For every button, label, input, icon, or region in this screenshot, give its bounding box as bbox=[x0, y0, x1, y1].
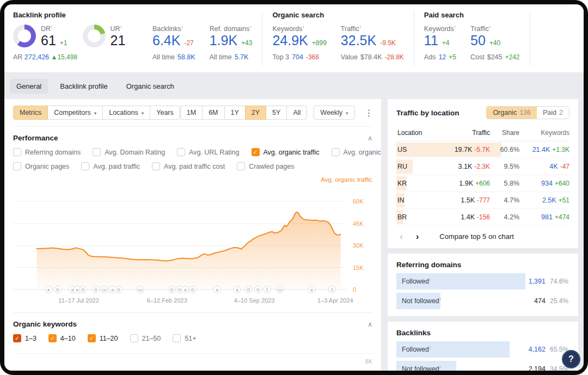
column-header-share: Share bbox=[490, 129, 519, 137]
filter-button-competitors[interactable]: Competitors▾ bbox=[47, 106, 103, 120]
checkbox-avg-organic-traffic-value[interactable]: Avg. organic traffic value bbox=[332, 148, 381, 156]
ratio-value[interactable]: 1,391 bbox=[529, 278, 546, 285]
table-row: KR1.9K+6065.8%934+640 bbox=[396, 175, 569, 192]
share-cell: 4.7% bbox=[490, 196, 519, 204]
checkbox-crawled-pages[interactable]: Crawled pages bbox=[237, 162, 294, 170]
checkbox-avg-paid-traffic[interactable]: Avg. paid traffic bbox=[81, 162, 140, 170]
range-button-1m[interactable]: 1M bbox=[180, 106, 203, 120]
info-icon[interactable]: i bbox=[121, 24, 122, 29]
filter-button-years[interactable]: Years bbox=[150, 106, 180, 120]
filter-button-metrics[interactable]: Metrics bbox=[13, 106, 48, 120]
checkbox-icon bbox=[13, 148, 21, 156]
table-row: US19.7K-5.7K60.6%21.4K+1.3K bbox=[396, 142, 569, 158]
range-button-1y[interactable]: 1Y bbox=[224, 106, 246, 120]
info-icon[interactable]: i bbox=[489, 24, 491, 29]
top3-value[interactable]: 704 bbox=[292, 53, 303, 61]
info-icon[interactable]: i bbox=[440, 365, 441, 370]
checkbox-4-10[interactable]: ✓4–10 bbox=[48, 334, 76, 342]
organic-traffic-stat: Traffici 32.5K-9.5K Value$78.4K-28.8K bbox=[341, 24, 404, 61]
backlinks-bars: Followedi4,16265.5%Not followedi2,19434.… bbox=[396, 341, 569, 371]
collapse-chevron-icon[interactable]: ∧ bbox=[367, 321, 372, 328]
chevron-down-icon: ▾ bbox=[142, 110, 144, 116]
tab-organic-search[interactable]: Organic search bbox=[120, 79, 181, 94]
info-icon[interactable]: i bbox=[455, 24, 456, 29]
ref-domains-value[interactable]: 1.9K bbox=[210, 33, 237, 48]
info-icon[interactable]: i bbox=[360, 24, 361, 29]
checkbox-organic-pages[interactable]: Organic pages bbox=[13, 162, 69, 170]
checkbox-21-50[interactable]: 21–50 bbox=[130, 334, 161, 342]
collapse-chevron-icon[interactable]: ∧ bbox=[367, 134, 372, 142]
keywords-link[interactable]: 21.4K bbox=[532, 146, 550, 153]
keywords-delta: +51 bbox=[559, 196, 569, 204]
help-button[interactable]: ? bbox=[562, 350, 580, 368]
range-button-2y[interactable]: 2Y bbox=[245, 106, 266, 120]
paid-keywords-value[interactable]: 11 bbox=[424, 33, 438, 48]
dr-label: DR bbox=[41, 25, 51, 33]
kebab-menu-button[interactable]: ⋮ bbox=[362, 107, 377, 119]
keywords-link[interactable]: 4K bbox=[549, 163, 558, 170]
location-cell: BR bbox=[396, 213, 438, 221]
all-time-ref-domains[interactable]: 5.7K bbox=[235, 53, 249, 61]
domain-rating-widget: DRi 61+1 bbox=[13, 24, 68, 48]
organic-keywords-value[interactable]: 24.9K bbox=[272, 33, 308, 48]
organic-traffic-value[interactable]: 32.5K bbox=[341, 33, 376, 48]
svg-text:CG: CG bbox=[138, 288, 143, 292]
checkbox-avg-domain-rating[interactable]: Avg. Domain Rating bbox=[93, 148, 165, 156]
svg-text:4–10 Sep 2023: 4–10 Sep 2023 bbox=[234, 297, 275, 304]
checkbox-avg-organic-traffic[interactable]: ✓Avg. organic traffic bbox=[252, 148, 320, 156]
paid-traffic-value[interactable]: 50 bbox=[470, 33, 486, 48]
checkbox-avg-paid-traffic-cost[interactable]: Avg. paid traffic cost bbox=[152, 162, 225, 170]
next-page-arrow[interactable]: › bbox=[416, 232, 419, 241]
range-button-all[interactable]: All bbox=[286, 106, 307, 120]
keywords-link[interactable]: 934 bbox=[541, 180, 553, 187]
tab-backlink-profile[interactable]: Backlink profile bbox=[53, 79, 114, 94]
checkbox-avg-url-rating[interactable]: Avg. URL Rating bbox=[177, 148, 239, 156]
divider bbox=[530, 11, 530, 66]
toggle-organic[interactable]: Organic136 bbox=[487, 107, 537, 119]
toggle-paid[interactable]: Paid2 bbox=[537, 107, 569, 119]
info-icon[interactable]: i bbox=[440, 297, 441, 302]
info-icon[interactable]: i bbox=[51, 24, 52, 29]
checkbox-icon bbox=[177, 148, 185, 156]
svg-text:2: 2 bbox=[266, 287, 268, 292]
checkbox-51[interactable]: 51+ bbox=[173, 334, 196, 342]
all-time-backlinks[interactable]: 58.8K bbox=[177, 53, 195, 61]
ar-value[interactable]: 272,426 bbox=[24, 53, 49, 61]
checkbox-icon bbox=[13, 162, 21, 170]
checkbox-icon bbox=[173, 334, 181, 342]
backlinks-value[interactable]: 6.4K bbox=[152, 33, 180, 48]
ads-value[interactable]: 12 bbox=[438, 53, 446, 61]
checkbox-11-20[interactable]: ✓11–20 bbox=[88, 334, 118, 342]
svg-text:G: G bbox=[247, 287, 250, 292]
checkbox-icon bbox=[237, 162, 245, 170]
filter-button-locations[interactable]: Locations▾ bbox=[102, 106, 150, 120]
checkbox-1-3[interactable]: ✓1–3 bbox=[13, 334, 36, 342]
toggle-count: 2 bbox=[559, 109, 563, 116]
checkbox-referring-domains[interactable]: Referring domains bbox=[13, 148, 81, 156]
section-title: Paid search bbox=[424, 11, 520, 19]
keywords-delta: +474 bbox=[555, 213, 569, 221]
range-button-6m[interactable]: 6M bbox=[202, 106, 224, 120]
organic-keywords-section-header: Organic keywords ∧ bbox=[13, 313, 372, 334]
keywords-link[interactable]: 2.5K bbox=[542, 196, 556, 204]
filter-toolbar: MetricsCompetitors▾Locations▾Years 1M6M1… bbox=[13, 106, 372, 127]
range-button-5y[interactable]: 5Y bbox=[266, 106, 287, 120]
tab-general[interactable]: General bbox=[10, 79, 48, 94]
svg-text:60K: 60K bbox=[353, 198, 364, 205]
svg-text:1–3 Apr 2024: 1–3 Apr 2024 bbox=[317, 297, 353, 304]
info-icon[interactable]: i bbox=[430, 277, 431, 282]
tab-bar: GeneralBacklink profileOrganic search bbox=[4, 73, 584, 99]
granularity-dropdown[interactable]: Weekly▾ bbox=[314, 106, 354, 120]
info-icon[interactable]: i bbox=[303, 24, 304, 29]
keywords-link[interactable]: 981 bbox=[541, 213, 553, 221]
info-icon[interactable]: i bbox=[250, 24, 251, 29]
compare-top5-link[interactable]: Compare top 5 on chart bbox=[439, 232, 514, 241]
prev-page-arrow[interactable]: ‹ bbox=[400, 232, 403, 241]
ratio-value[interactable]: 4,162 bbox=[529, 346, 546, 353]
column-header-keywords: Keywords bbox=[519, 129, 569, 137]
url-rating-donut bbox=[83, 24, 106, 47]
svg-text:30K: 30K bbox=[353, 242, 364, 249]
svg-text:3: 3 bbox=[331, 287, 333, 292]
info-icon[interactable]: i bbox=[182, 24, 183, 29]
info-icon[interactable]: i bbox=[430, 345, 431, 350]
